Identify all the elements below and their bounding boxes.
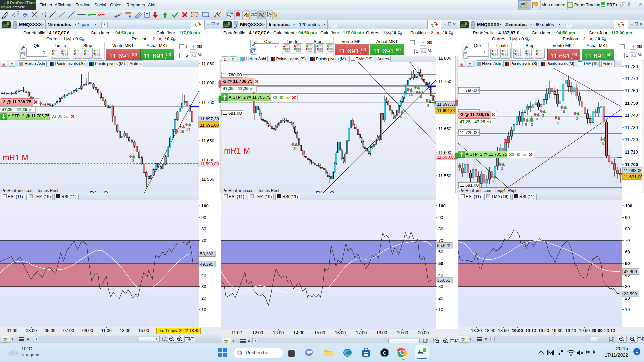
svg-text:60: 60	[438, 249, 443, 254]
svg-text:11 800: 11 800	[438, 56, 451, 61]
svg-text:6: 6	[400, 115, 402, 119]
svg-text:11 691,00: 11 691,00	[437, 108, 456, 113]
svg-text:80: 80	[625, 226, 630, 231]
svg-text:11 760,00: 11 760,00	[223, 72, 242, 77]
svg-text:C: C	[383, 350, 386, 356]
svg-text:11 550: 11 550	[201, 177, 214, 182]
svg-text:2: 2	[293, 147, 296, 151]
svg-text:2: 2	[492, 179, 494, 183]
svg-text:11 691,00: 11 691,00	[624, 174, 643, 179]
svg-text:10: 10	[438, 307, 443, 312]
svg-text:2: 2	[531, 122, 533, 126]
svg-text:11 697,38: 11 697,38	[200, 116, 219, 121]
svg-text:90: 90	[201, 215, 206, 220]
svg-text:11 650: 11 650	[201, 138, 214, 143]
svg-text:49,395: 49,395	[200, 262, 213, 267]
svg-text:3: 3	[501, 167, 503, 171]
svg-text:17: 17	[186, 128, 190, 132]
svg-text:3: 3	[536, 117, 538, 121]
svg-text:70: 70	[201, 238, 206, 243]
svg-text:11 693,00: 11 693,00	[624, 168, 643, 173]
svg-text:10: 10	[201, 307, 206, 312]
svg-text:11 725,00: 11 725,00	[460, 130, 479, 135]
svg-text:30: 30	[201, 284, 206, 289]
svg-text:100: 100	[201, 203, 209, 208]
svg-text:11 850: 11 850	[201, 61, 214, 66]
svg-text:11 700: 11 700	[625, 162, 638, 167]
svg-text:30: 30	[625, 284, 630, 289]
svg-text:11 590,00: 11 590,00	[437, 155, 456, 160]
svg-text:11 750: 11 750	[625, 101, 638, 106]
svg-text:58,382: 58,382	[200, 251, 213, 256]
svg-text:2: 2	[132, 159, 134, 163]
svg-text:20: 20	[438, 296, 443, 301]
svg-text:11 750: 11 750	[438, 79, 451, 84]
svg-text:11 681,00: 11 681,00	[223, 111, 242, 116]
svg-text:11 760: 11 760	[625, 88, 638, 93]
svg-text:40: 40	[438, 273, 443, 278]
svg-text:100: 100	[625, 203, 632, 208]
svg-text:50: 50	[625, 261, 630, 266]
svg-text:35,651: 35,651	[437, 278, 450, 283]
svg-text:50: 50	[438, 261, 443, 266]
svg-text:11 600: 11 600	[438, 150, 451, 155]
svg-text:23,599: 23,599	[624, 291, 637, 296]
svg-text:11 710: 11 710	[625, 149, 638, 155]
svg-text:60: 60	[625, 249, 630, 254]
svg-text:3: 3	[542, 113, 544, 117]
svg-text:10: 10	[625, 307, 630, 312]
svg-text:8: 8	[420, 95, 422, 99]
svg-text:mR1 M: mR1 M	[224, 146, 250, 155]
svg-text:11 550: 11 550	[438, 173, 451, 178]
svg-text:80: 80	[201, 226, 206, 231]
svg-text:70: 70	[625, 238, 630, 243]
svg-text:5: 5	[602, 141, 604, 145]
svg-text:90: 90	[625, 215, 630, 220]
svg-text:Piv S: Piv S	[89, 190, 108, 193]
svg-text:T: T	[146, 13, 148, 17]
svg-text:80: 80	[438, 226, 443, 231]
svg-text:11 780: 11 780	[625, 64, 638, 69]
svg-text:11 590,00: 11 590,00	[200, 161, 219, 166]
svg-text:11 691,00: 11 691,00	[200, 123, 219, 128]
svg-text:2: 2	[576, 117, 578, 121]
svg-text:6: 6	[563, 110, 565, 114]
svg-text:70: 70	[438, 238, 443, 243]
svg-text:11 750: 11 750	[201, 100, 214, 105]
svg-text:mR1 M: mR1 M	[3, 153, 29, 162]
svg-text:11 740: 11 740	[625, 113, 638, 118]
svg-text:Piv S: Piv S	[315, 190, 335, 193]
svg-text:19: 19	[180, 130, 184, 134]
svg-text:11 770: 11 770	[625, 76, 638, 81]
svg-text:11 697,38: 11 697,38	[437, 102, 456, 107]
svg-text:5: 5	[416, 90, 418, 95]
svg-text:11 730: 11 730	[625, 125, 638, 130]
svg-text:11 650: 11 650	[438, 126, 451, 131]
svg-text:13: 13	[409, 93, 413, 97]
svg-text:30: 30	[438, 284, 443, 289]
svg-text:20: 20	[201, 296, 206, 301]
svg-text:90: 90	[438, 215, 443, 220]
svg-text:40: 40	[201, 273, 206, 278]
svg-text:11 800: 11 800	[201, 80, 214, 85]
svg-text:42,909: 42,909	[624, 269, 637, 274]
svg-text:11 760,00: 11 760,00	[460, 88, 479, 93]
svg-text:100: 100	[438, 203, 446, 208]
svg-text:6: 6	[525, 122, 527, 126]
svg-text:11 720: 11 720	[625, 137, 638, 142]
svg-text:65,622: 65,622	[437, 243, 450, 248]
svg-text:F: F	[129, 15, 131, 18]
svg-text:5: 5	[427, 104, 429, 108]
svg-text:11 681,00: 11 681,00	[460, 183, 479, 188]
svg-text:4: 4	[557, 121, 559, 125]
